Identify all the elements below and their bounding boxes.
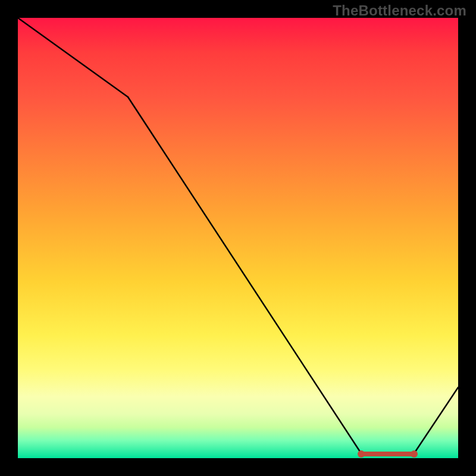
main-curve (18, 18, 458, 453)
svg-point-2 (411, 450, 418, 458)
highlight-band (358, 450, 418, 458)
plot-svg (18, 18, 458, 458)
plot-area (18, 18, 458, 458)
chart-frame: TheBottleneck.com (0, 0, 476, 476)
svg-point-1 (358, 450, 365, 458)
watermark-text: TheBottleneck.com (333, 2, 466, 19)
